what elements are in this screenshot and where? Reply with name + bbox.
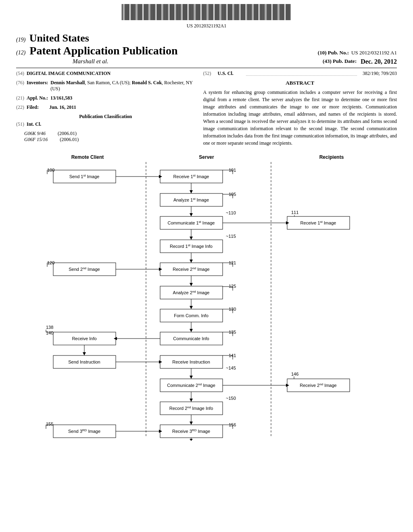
label-receive2r: Receive 2nd Image [300,382,336,388]
int-cl-class-1: G06K 9/46 [24,131,46,137]
title-value: DIGITAL IMAGE COMMUNICATION [27,71,195,77]
inventor-name: Marshall et al. [16,58,108,65]
label-record1: Record 1st Image Info [170,243,213,249]
ref-111: 111 [291,210,298,215]
filed-num: (22) [16,104,24,110]
inventors-num: (76) [16,80,24,92]
patent-title: Patent Application Publication [29,44,177,57]
pub-no-row: (10) Pub. No.: US 2012/0321192 A1 [318,50,397,56]
arrowhead-to-rec2 [190,399,193,402]
arrowhead-to-recv2 [190,260,193,263]
int-cl-class-2: G06F 15/16 [24,137,48,143]
abstract-title: ABSTRACT [203,80,397,86]
abstract-text: A system for enhancing group communicati… [203,89,397,147]
diagram-container: Remote Client Server Recipients Send 1st… [25,151,388,441]
us-cl-label: U.S. Cl. [218,71,238,77]
inventors-field: (76) Inventors: Dennis Marshall, San Ram… [16,80,195,92]
int-cl-date-1: (2006.01) [58,131,77,137]
int-cl-num: (51) [16,121,24,127]
inventor-line: Marshall et al. (43) Pub. Date: Dec. 20,… [16,57,397,65]
label-analyze1: Analyze 1st Image [173,197,209,203]
title-num: (54) [16,71,24,77]
diagram-section: Remote Client Server Recipients Send 1st… [0,147,413,445]
label-receive2: Receive 2nd Image [173,266,209,272]
diagram-svg: Remote Client Server Recipients Send 1st… [25,151,388,441]
inventors-value: Dennis Marshall, San Ramon, CA (US); Ron… [50,80,195,92]
body-section: (54) DIGITAL IMAGE COMMUNICATION (76) In… [0,71,413,147]
filed-label: Filed: [27,104,47,110]
label-receive1: Receive 1st Image [173,174,209,179]
int-cl-section: (51) Int. Cl. G06K 9/46 (2006.01) G06F 1… [16,121,195,143]
label-record2: Record 2nd Image Info [169,405,213,411]
pub-number: US 20120321192A1 [0,23,413,29]
int-cl-row-1: G06K 9/46 (2006.01) [16,131,195,137]
country-label: (19) [16,37,25,43]
label-analyze2: Analyze 2nd Image [173,290,210,295]
ref-138: 138 [46,325,53,330]
int-cl-row-2: G06F 15/16 (2006.01) [16,137,195,143]
label-recvinstr: Receive Instruction [172,360,210,364]
ref-115: ~115 [226,234,236,239]
pub-no-value: US 2012/0321192 A1 [351,50,397,56]
filed-field: (22) Filed: Jun. 16, 2011 [16,104,195,110]
appl-num: (21) [16,95,24,101]
col-header-remote: Remote Client [71,154,104,160]
left-column: (54) DIGITAL IMAGE COMMUNICATION (76) In… [16,71,195,147]
patent-line: (12) Patent Application Publication (10)… [16,44,397,57]
pub-class-title: Publication Classification [16,114,195,120]
label-receive3: Receive 3RD Image [172,428,210,434]
arrowhead-to-recv3 [190,422,193,425]
label-receiveinfo: Receive Info [72,336,96,341]
arrowhead-to-comm1 [190,213,193,216]
appl-label: Appl. No.: [27,95,48,101]
label-receive1r: Receive 1st Image [300,220,336,226]
country-line: (19) United States [16,32,397,44]
col-header-server: Server [199,154,214,160]
right-column: (52) U.S. Cl. 382/190; 709/203 ABSTRACT … [203,71,397,147]
ref-140: 140 [46,330,53,335]
barcode-section: US 20120321192A1 [0,0,413,30]
label-communicate2: Communicate 2nd Image [167,382,215,388]
ref-150: ~150 [226,396,236,401]
arrowhead-to-rec1 [190,237,193,240]
us-cl-num: (52) [203,71,211,77]
header-divider [16,68,397,68]
date-line: (43) Pub. Date: Dec. 20, 2012 [323,58,397,65]
int-cl-label: Int. Cl. [27,121,47,127]
us-cl-field: (52) U.S. Cl. 382/190; 709/203 [203,71,397,77]
date-label: (43) Pub. Date: [323,58,357,65]
patent-label: (12) [16,50,25,56]
arrowhead-to-analyze1 [190,190,193,193]
us-cl-value: 382/190; 709/203 [363,71,397,77]
col-header-recipients: Recipients [319,154,344,160]
int-cl-date-2: (2006.01) [60,137,79,143]
inventors-label: Inventors: [27,80,48,92]
arrowhead-to-comminfo [190,329,193,332]
country-name: United States [29,32,89,44]
label-sendinstr: Send Instruction [68,360,100,364]
label-comminfo: Communicate Info [173,336,209,341]
appl-value: 13/161,583 [50,95,195,101]
arrowhead-to-comm2 [190,376,193,379]
arrowhead-recv3-down [190,439,193,441]
date-value: Dec. 20, 2012 [361,58,397,65]
ref-125: 125 [229,284,236,289]
title-field: (54) DIGITAL IMAGE COMMUNICATION [16,71,195,77]
ref-110: ~110 [226,210,236,215]
label-communicate1: Communicate 1st Image [168,220,215,226]
int-cl-header: (51) Int. Cl. [16,121,195,127]
ref-146: 146 [291,372,298,376]
ref-155: 155 [46,422,53,426]
appl-field: (21) Appl. No.: 13/161,583 [16,95,195,101]
filed-value: Jun. 16, 2011 [49,104,195,110]
barcode-image [122,4,291,20]
ref-145: ~145 [226,366,236,370]
arrowhead-to-sendinstr [83,352,86,355]
arrowhead-to-form [190,306,193,309]
arrowhead-to-analyze2 [190,283,193,286]
label-formcomm: Form Comm. Info [174,313,209,318]
header-section: (19) United States (12) Patent Applicati… [0,30,413,65]
pub-no-label: (10) Pub. No.: [318,50,349,56]
pub-info-right: (10) Pub. No.: US 2012/0321192 A1 [318,50,397,56]
